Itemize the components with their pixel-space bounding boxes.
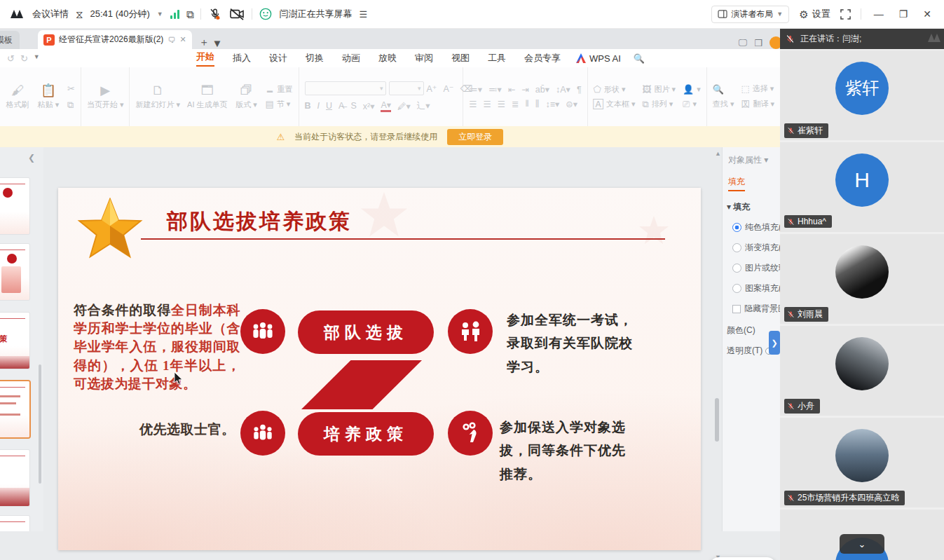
decrease-font-icon[interactable]: A⁻ [443, 83, 453, 94]
option-solid-fill[interactable]: 纯色填充(S) [732, 221, 780, 233]
textbox-button[interactable]: 🄰文本框 ▾ [594, 99, 636, 110]
underline-button[interactable]: U [326, 101, 332, 111]
slide-thumbnail-selected[interactable] [0, 381, 29, 437]
slide-thumbnail[interactable]: 策 [0, 450, 29, 506]
ribbon-tab-home[interactable]: 开始 [196, 50, 214, 67]
open-external-icon[interactable]: ⧉ [186, 9, 194, 20]
superscript-icon[interactable]: x²▾ [363, 101, 375, 111]
participant-tile[interactable]: H Hhhua^ [780, 142, 944, 232]
tab-templates[interactable]: 模板 [0, 31, 20, 49]
strikethrough-button[interactable]: S [350, 101, 356, 111]
new-tab-button[interactable]: ＋ [199, 36, 210, 49]
columns-icon[interactable]: ⫼ [535, 99, 540, 109]
search-icon[interactable]: 🔍 [634, 53, 645, 64]
reset-button[interactable]: 🗕重置 [266, 84, 293, 95]
thumbnail-scrollbar[interactable] [39, 364, 41, 484]
vertical-scrollbar[interactable] [715, 398, 719, 442]
fill-section-header[interactable]: ▾ 填充 [727, 201, 780, 213]
meeting-details-button[interactable]: 会议详情 [32, 8, 69, 20]
ribbon-tab-member[interactable]: 会员专享 [524, 52, 561, 64]
picture-button[interactable]: 🖼图片 ▾ [643, 84, 676, 95]
numbered-list-icon[interactable]: ≕▾ [488, 84, 502, 95]
participant-tile[interactable]: 刘雨晨 [780, 234, 944, 324]
ribbon-tab-slideshow[interactable]: 放映 [378, 52, 397, 64]
italic-button[interactable]: I [317, 101, 320, 111]
document-tab[interactable]: P 经管征兵宣讲2026最新版(2) 🗨 ✕ [38, 30, 192, 49]
phonetic-icon[interactable]: 辶▾ [417, 100, 430, 112]
copy-icon[interactable]: ⧉ [67, 100, 75, 111]
ai-generate-button[interactable]: 🗔AI 生成单页 [187, 84, 227, 110]
login-now-button[interactable]: 立即登录 [447, 129, 503, 145]
select-button[interactable]: ⬚选择 ▾ [741, 83, 774, 94]
option-gradient-fill[interactable]: 渐变填充(G) [732, 242, 780, 254]
distribute-icon[interactable]: ⫴ [525, 99, 528, 109]
play-from-page-button[interactable]: ▶当页开始 ▾ [87, 84, 124, 110]
ribbon-tab-transition[interactable]: 切换 [306, 52, 324, 64]
panel-collapse-handle[interactable]: ❯ [769, 331, 780, 355]
arrange-button[interactable]: ⧉排列 ▾ [643, 99, 676, 110]
font-family-select[interactable]: ▾ [305, 81, 386, 95]
new-slide-button[interactable]: 🗋新建幻灯片 ▾ [135, 84, 180, 110]
align-right-icon[interactable]: ☰ [498, 99, 505, 109]
maximize-button[interactable]: ❐ [896, 8, 911, 20]
find-button[interactable]: 查找 ▾ [713, 99, 734, 109]
slide-canvas[interactable]: 部队选拔培养政策 符合条件的取得全日制本科学历和学士学位的毕业（含毕业学年入伍，… [58, 188, 701, 550]
workspace-icon[interactable]: ❒ [754, 38, 762, 48]
paragraph-mark-icon[interactable]: ¶ [577, 85, 582, 95]
layout-button[interactable]: 🗇版式 ▾ [235, 84, 259, 110]
account-avatar[interactable] [769, 36, 780, 49]
font-color-icon[interactable]: A▾ [381, 100, 391, 112]
shapes-button[interactable]: ⬠形状 ▾ [594, 84, 636, 95]
increase-indent-icon[interactable]: ⇥ [521, 84, 528, 95]
meeting-timer[interactable]: 25:41 (40分钟) [90, 8, 150, 20]
justify-icon[interactable]: ≣ [512, 99, 519, 109]
option-pattern-fill[interactable]: 图案填充(A) [732, 282, 780, 294]
speaker-layout-button[interactable]: 演讲者布局 ▼ [711, 6, 789, 23]
mic-muted-icon[interactable] [208, 8, 222, 20]
insert-avatar-button[interactable]: 👤▾ [683, 84, 701, 95]
participant-tile[interactable]: 紫轩 崔紫轩 [780, 50, 944, 140]
minimize-button[interactable]: — [871, 8, 887, 20]
translate-button[interactable]: 㘝翻译 ▾ [741, 98, 774, 111]
ribbon-tab-insert[interactable]: 插入 [233, 52, 251, 64]
align-left-icon[interactable]: ☰ [469, 99, 477, 109]
sort-text-icon[interactable]: ↕A▾ [556, 84, 570, 95]
session-monitor-icon[interactable]: 🖵 [739, 37, 748, 48]
slide-thumbnail[interactable] [0, 516, 29, 531]
char-spacing-icon[interactable]: A̶ [338, 101, 344, 111]
participant-tile[interactable]: 小舟 [780, 326, 944, 416]
slide-thumbnail[interactable] [0, 178, 29, 234]
section-button[interactable]: ▤节 ▾ [266, 99, 293, 109]
sharing-list-icon[interactable]: ☰ [359, 10, 367, 19]
timer-chevron-icon[interactable]: ▼ [157, 11, 163, 18]
collapse-panel-icon[interactable]: ❮ [28, 153, 35, 163]
cut-icon[interactable]: ✂ [67, 83, 75, 94]
option-picture-fill[interactable]: 图片或纹理填充 [732, 262, 780, 274]
merge-shapes-button[interactable]: ⎚▾ [683, 99, 701, 110]
find-icon-button[interactable]: 🔍 [713, 84, 734, 95]
fill-tab[interactable]: 填充 [728, 176, 745, 191]
collapse-participants-button[interactable]: ⌄ [840, 534, 884, 554]
undo-icon[interactable]: ↺ [7, 53, 15, 64]
font-size-select[interactable]: ▾ [389, 81, 424, 95]
align-objects-icon[interactable]: ⊜▾ [566, 99, 577, 109]
quickbar-chevron-icon[interactable]: ▼ [34, 53, 40, 64]
increase-font-icon[interactable]: A⁺ [427, 83, 437, 94]
ribbon-tab-design[interactable]: 设计 [269, 52, 287, 64]
scroll-up-icon[interactable]: ▲ [715, 150, 721, 157]
bullet-list-icon[interactable]: ≔▾ [469, 84, 482, 95]
close-tab-icon[interactable]: ✕ [179, 35, 186, 44]
settings-button[interactable]: ⚙ 设置 [799, 8, 830, 20]
align-center-icon[interactable]: ☰ [484, 99, 491, 109]
line-spacing-icon[interactable]: ↕≡▾ [545, 99, 559, 109]
ribbon-tab-tools[interactable]: 工具 [488, 52, 506, 64]
close-button[interactable]: ✕ [920, 8, 934, 20]
paste-button[interactable]: 📋粘贴 ▾ [36, 84, 60, 110]
camera-off-icon[interactable] [229, 8, 245, 20]
ribbon-tab-animation[interactable]: 动画 [342, 52, 360, 64]
slide-thumbnail[interactable]: 政策 [0, 313, 29, 369]
text-direction-icon[interactable]: ab̄▾ [535, 84, 549, 95]
redo-icon[interactable]: ↻ [20, 53, 28, 64]
fullscreen-icon[interactable] [840, 9, 851, 20]
decrease-indent-icon[interactable]: ⇤ [508, 84, 515, 95]
